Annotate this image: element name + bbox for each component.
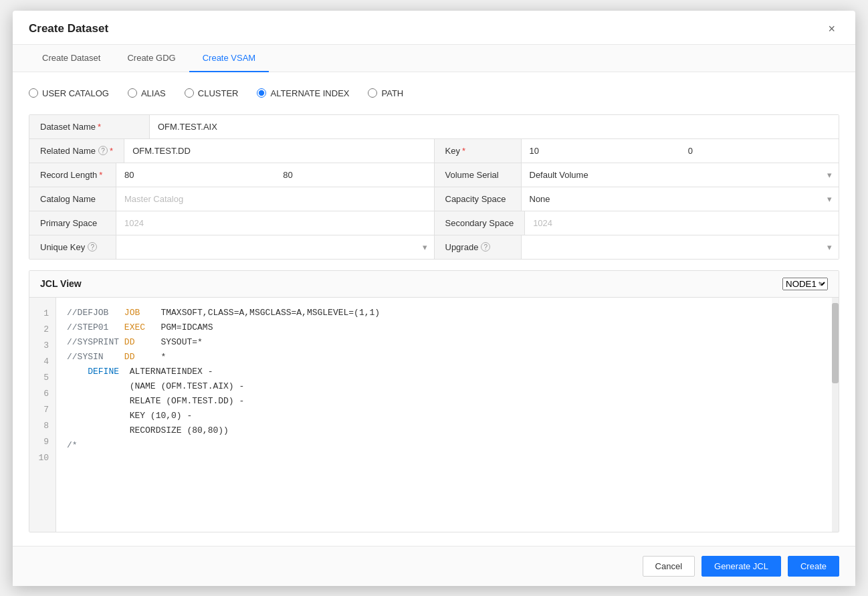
code-line-9: RECORDSIZE (80,80)) bbox=[67, 423, 821, 438]
radio-user-catalog[interactable]: USER CATALOG bbox=[29, 88, 109, 98]
key-label: Key * bbox=[435, 139, 522, 163]
dialog-footer: Cancel Generate JCL Create bbox=[13, 546, 855, 586]
create-dataset-dialog: Create Dataset × Create Dataset Create G… bbox=[13, 11, 855, 586]
create-button[interactable]: Create bbox=[788, 556, 839, 577]
radio-alternate-index[interactable]: ALTERNATE INDEX bbox=[257, 88, 349, 98]
dialog-body: USER CATALOG ALIAS CLUSTER ALTERNATE IND… bbox=[13, 72, 855, 546]
code-line-6: (NAME (OFM.TEST.AIX) - bbox=[67, 379, 821, 394]
dataset-name-input[interactable] bbox=[150, 115, 839, 138]
unique-key-value: ▾ bbox=[116, 235, 434, 259]
node-select-wrapper: NODE1 ▾ bbox=[782, 278, 828, 290]
record-length-label: Record Length * bbox=[29, 163, 116, 187]
generate-jcl-button[interactable]: Generate JCL bbox=[701, 556, 781, 577]
radio-alias[interactable]: ALIAS bbox=[128, 88, 166, 98]
code-line-5: DEFINE ALTERNATEINDEX - bbox=[67, 365, 821, 379]
primary-space-input[interactable] bbox=[116, 211, 434, 235]
vsam-type-radio-group: USER CATALOG ALIAS CLUSTER ALTERNATE IND… bbox=[29, 86, 839, 104]
unique-key-cell: Unique Key ? ▾ bbox=[29, 235, 435, 259]
related-name-label: Related Name ? * bbox=[29, 139, 124, 163]
related-name-input[interactable] bbox=[124, 139, 433, 163]
capacity-space-cell: Capacity Space None ▾ bbox=[435, 187, 839, 211]
upgrade-label: Upgrade ? bbox=[435, 235, 522, 259]
form-table: Dataset Name * Related Name ? * bbox=[29, 114, 839, 260]
jcl-code-area: //DEFJOB JOB TMAXSOFT,CLASS=A,MSGCLASS=A… bbox=[56, 298, 832, 532]
scrollbar-track[interactable] bbox=[832, 298, 839, 532]
dataset-name-value bbox=[150, 115, 839, 138]
secondary-space-input[interactable] bbox=[525, 211, 839, 235]
upgrade-help-icon[interactable]: ? bbox=[481, 242, 490, 252]
scrollbar-thumb[interactable] bbox=[832, 303, 839, 383]
key-input-2[interactable] bbox=[680, 139, 839, 163]
code-line-3: //SYSPRINT DD SYSOUT=* bbox=[67, 335, 821, 350]
capacity-space-label: Capacity Space bbox=[435, 187, 522, 211]
secondary-space-label: Secondary Space bbox=[435, 211, 526, 235]
dialog-title: Create Dataset bbox=[29, 22, 108, 35]
key-value bbox=[522, 139, 839, 163]
related-name-key-row: Related Name ? * Key * bbox=[29, 139, 839, 163]
upgrade-select[interactable] bbox=[522, 235, 839, 259]
tabs-bar: Create Dataset Create GDG Create VSAM bbox=[13, 45, 855, 72]
volume-serial-cell: Volume Serial Default Volume ▾ bbox=[435, 163, 839, 187]
dialog-header: Create Dataset × bbox=[13, 11, 855, 45]
tab-create-vsam[interactable]: Create VSAM bbox=[189, 45, 269, 72]
volume-serial-label: Volume Serial bbox=[435, 163, 522, 187]
secondary-space-value bbox=[525, 211, 839, 235]
related-name-cell: Related Name ? * bbox=[29, 139, 435, 163]
line-numbers: 1 2 3 4 5 6 7 8 9 10 bbox=[29, 298, 56, 532]
record-length-volume-row: Record Length * Volume Serial bbox=[29, 163, 839, 187]
primary-space-value bbox=[116, 211, 434, 235]
code-line-1: //DEFJOB JOB TMAXSOFT,CLASS=A,MSGCLASS=A… bbox=[67, 306, 821, 320]
code-line-2: //STEP01 EXEC PGM=IDCAMS bbox=[67, 320, 821, 335]
upgrade-cell: Upgrade ? ▾ bbox=[435, 235, 839, 259]
primary-space-label: Primary Space bbox=[29, 211, 116, 235]
capacity-space-value: None ▾ bbox=[522, 187, 839, 211]
radio-path[interactable]: PATH bbox=[368, 88, 403, 98]
record-length-value bbox=[116, 163, 434, 187]
close-button[interactable]: × bbox=[824, 21, 839, 36]
record-length-cell: Record Length * bbox=[29, 163, 435, 187]
code-line-4: //SYSIN DD * bbox=[67, 350, 821, 365]
jcl-section: JCL View NODE1 ▾ 1 2 3 4 5 6 7 8 bbox=[29, 270, 839, 532]
radio-cluster[interactable]: CLUSTER bbox=[185, 88, 239, 98]
unique-key-upgrade-row: Unique Key ? ▾ Upgrade bbox=[29, 235, 839, 259]
related-name-value bbox=[124, 139, 433, 163]
code-line-7: RELATE (OFM.TEST.DD) - bbox=[67, 394, 821, 409]
tab-create-gdg[interactable]: Create GDG bbox=[114, 45, 189, 72]
catalog-name-value bbox=[116, 187, 434, 211]
cancel-button[interactable]: Cancel bbox=[643, 556, 695, 577]
record-length-input-1[interactable] bbox=[116, 163, 275, 187]
unique-key-label: Unique Key ? bbox=[29, 235, 116, 259]
capacity-space-select[interactable]: None bbox=[522, 187, 839, 211]
catalog-name-cell: Catalog Name bbox=[29, 187, 435, 211]
dataset-name-row: Dataset Name * bbox=[29, 115, 839, 139]
jcl-body: 1 2 3 4 5 6 7 8 9 10 //DEFJOB JOB TMAXSO… bbox=[29, 298, 839, 532]
catalog-name-input[interactable] bbox=[116, 187, 434, 211]
primary-space-cell: Primary Space bbox=[29, 211, 435, 235]
tab-create-dataset[interactable]: Create Dataset bbox=[29, 45, 114, 72]
unique-key-select[interactable] bbox=[116, 235, 434, 259]
jcl-header: JCL View NODE1 ▾ bbox=[29, 271, 839, 298]
jcl-title: JCL View bbox=[40, 278, 82, 289]
primary-secondary-space-row: Primary Space Secondary Space bbox=[29, 211, 839, 235]
code-line-10: /* bbox=[67, 438, 821, 453]
secondary-space-cell: Secondary Space bbox=[435, 211, 839, 235]
key-input-1[interactable] bbox=[522, 139, 680, 163]
unique-key-help-icon[interactable]: ? bbox=[88, 242, 97, 252]
upgrade-value: ▾ bbox=[522, 235, 839, 259]
key-cell: Key * bbox=[435, 139, 839, 163]
node-select[interactable]: NODE1 bbox=[782, 278, 828, 290]
related-name-help-icon[interactable]: ? bbox=[98, 146, 108, 155]
code-line-8: KEY (10,0) - bbox=[67, 409, 821, 423]
catalog-capacity-row: Catalog Name Capacity Space None bbox=[29, 187, 839, 211]
catalog-name-label: Catalog Name bbox=[29, 187, 116, 211]
record-length-input-2[interactable] bbox=[275, 163, 433, 187]
dataset-name-label: Dataset Name * bbox=[29, 115, 150, 138]
volume-serial-select[interactable]: Default Volume bbox=[522, 163, 839, 187]
volume-serial-value: Default Volume ▾ bbox=[522, 163, 839, 187]
